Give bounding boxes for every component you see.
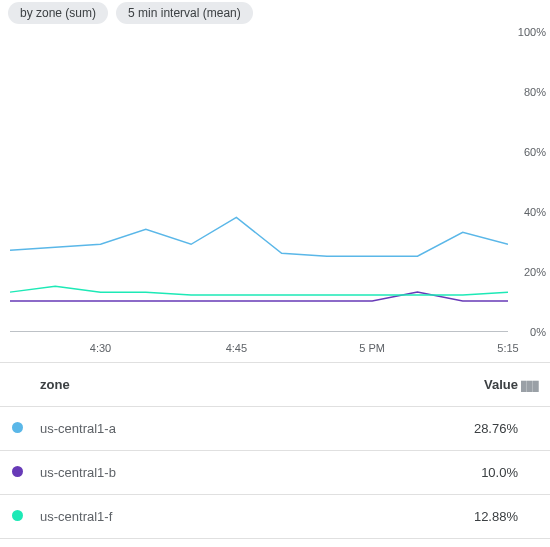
series-line [10, 286, 508, 295]
chip-group-by[interactable]: by zone (sum) [8, 2, 108, 24]
series-value: 10.0% [438, 465, 518, 480]
chart: 0%20%40%60%80%100%4:304:455 PM5:15 [0, 32, 550, 362]
y-tick-label: 60% [524, 146, 546, 158]
legend-row[interactable]: us-central1-a28.76% [0, 407, 550, 451]
x-tick-label: 5:15 [497, 342, 518, 354]
series-name: us-central1-f [32, 509, 438, 524]
series-value: 28.76% [438, 421, 518, 436]
x-tick-label: 4:45 [226, 342, 247, 354]
x-tick-label: 4:30 [90, 342, 111, 354]
chip-interval[interactable]: 5 min interval (mean) [116, 2, 253, 24]
series-line [10, 292, 508, 301]
series-name: us-central1-b [32, 465, 438, 480]
legend-header-name[interactable]: zone [32, 377, 438, 392]
legend-table: zone Value ▮▮▮ us-central1-a28.76%us-cen… [0, 362, 550, 539]
series-swatch [12, 510, 23, 521]
columns-icon[interactable]: ▮▮▮ [518, 377, 538, 393]
series-name: us-central1-a [32, 421, 438, 436]
y-tick-label: 80% [524, 86, 546, 98]
y-tick-label: 20% [524, 266, 546, 278]
legend-header-value[interactable]: Value [438, 377, 518, 392]
legend-header: zone Value ▮▮▮ [0, 363, 550, 407]
legend-row[interactable]: us-central1-b10.0% [0, 451, 550, 495]
series-swatch [12, 466, 23, 477]
filter-chips: by zone (sum) 5 min interval (mean) [0, 0, 550, 32]
y-tick-label: 40% [524, 206, 546, 218]
x-tick-label: 5 PM [359, 342, 385, 354]
series-line [10, 217, 508, 256]
plot-area [10, 32, 508, 332]
legend-row[interactable]: us-central1-f12.88% [0, 495, 550, 539]
y-tick-label: 0% [530, 326, 546, 338]
y-tick-label: 100% [518, 26, 546, 38]
series-swatch [12, 422, 23, 433]
series-value: 12.88% [438, 509, 518, 524]
chart-lines [10, 32, 508, 331]
